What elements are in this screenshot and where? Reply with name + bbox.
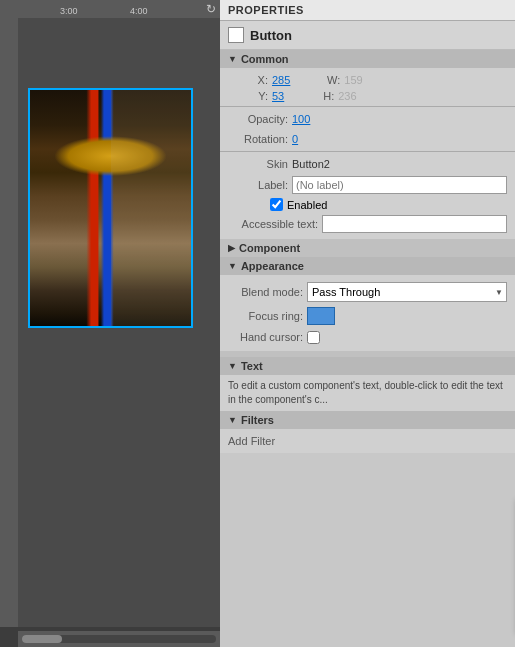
add-filter-row: Add Filter [228, 433, 507, 449]
component-name: Button [250, 28, 292, 43]
h-value: 236 [338, 90, 356, 102]
component-icon [228, 27, 244, 43]
properties-panel: PROPERTIES Button ▼ Common X: 285 W: 159… [220, 0, 515, 647]
accessible-text-row: Accessible text: [220, 213, 515, 235]
accessible-label: Accessible text: [228, 218, 318, 230]
canvas-panel: 3:00 4:00 ↻ [0, 0, 220, 647]
skin-value: Button2 [292, 158, 330, 170]
opacity-label: Opacity: [228, 113, 288, 125]
blend-mode-label: Blend mode: [228, 286, 303, 298]
hand-cursor-row: Hand cursor: [220, 327, 515, 347]
panel-header: PROPERTIES [220, 0, 515, 21]
blend-mode-row: Blend mode: Pass Through Normal Multiply [220, 279, 515, 305]
canvas-image [30, 90, 191, 326]
enabled-row: Enabled [220, 196, 515, 213]
hand-cursor-checkbox[interactable] [307, 331, 320, 344]
h-label: H: [304, 90, 334, 102]
label-field-label: Label: [228, 179, 288, 191]
blend-mode-select-wrapper[interactable]: Pass Through Normal Multiply [307, 282, 507, 302]
selected-element[interactable] [28, 88, 193, 328]
section-common-label: Common [241, 53, 289, 65]
skin-row: Skin Button2 [220, 154, 515, 174]
x-value[interactable]: 285 [272, 74, 290, 86]
arrow-component: ▶ [228, 243, 235, 253]
section-appearance[interactable]: ▼ Appearance [220, 257, 515, 275]
canvas-area[interactable] [18, 18, 220, 627]
focus-ring-swatch[interactable] [307, 307, 335, 325]
enabled-label: Enabled [287, 199, 327, 211]
scrollbar-bottom[interactable] [18, 631, 220, 647]
section-common[interactable]: ▼ Common [220, 50, 515, 68]
component-title-row: Button [220, 21, 515, 50]
section-text-content: To edit a custom component's text, doubl… [220, 375, 515, 411]
text-description: To edit a custom component's text, doubl… [228, 380, 503, 405]
refresh-icon[interactable]: ↻ [202, 0, 220, 18]
section-component-label: Component [239, 242, 300, 254]
focus-ring-label: Focus ring: [228, 310, 303, 322]
opacity-row: Opacity: 100 [220, 109, 515, 129]
section-common-content: X: 285 W: 159 Y: 53 H: 236 Opacity: 100 … [220, 68, 515, 239]
y-value[interactable]: 53 [272, 90, 284, 102]
label-input[interactable] [292, 176, 507, 194]
ruler-left [0, 18, 18, 627]
section-filters-label: Filters [241, 414, 274, 426]
panel-title: PROPERTIES [228, 4, 304, 16]
hand-cursor-label: Hand cursor: [228, 331, 303, 343]
add-filter-label: Add Filter [228, 435, 275, 447]
arrow-appearance: ▼ [228, 261, 237, 271]
ruler-mark-300: 3:00 [60, 6, 78, 16]
opacity-value[interactable]: 100 [292, 113, 310, 125]
yh-row: Y: 53 H: 236 [220, 88, 515, 104]
scroll-track[interactable] [22, 635, 216, 643]
section-appearance-content: Blend mode: Pass Through Normal Multiply… [220, 275, 515, 351]
rotation-value[interactable]: 0 [292, 133, 298, 145]
ruler-top: 3:00 4:00 [0, 0, 220, 18]
section-component[interactable]: ▶ Component [220, 239, 515, 257]
section-text[interactable]: ▼ Text [220, 357, 515, 375]
enabled-checkbox[interactable] [270, 198, 283, 211]
arrow-text: ▼ [228, 361, 237, 371]
rotation-label: Rotation: [228, 133, 288, 145]
focus-ring-row: Focus ring: [220, 305, 515, 327]
arrow-common: ▼ [228, 54, 237, 64]
rotation-row: Rotation: 0 [220, 129, 515, 149]
w-label: W: [310, 74, 340, 86]
ruler-mark-400: 4:00 [130, 6, 148, 16]
x-label: X: [228, 74, 268, 86]
section-text-label: Text [241, 360, 263, 372]
scroll-thumb[interactable] [22, 635, 62, 643]
section-appearance-label: Appearance [241, 260, 304, 272]
xw-row: X: 285 W: 159 [220, 72, 515, 88]
section-filters[interactable]: ▼ Filters [220, 411, 515, 429]
y-label: Y: [228, 90, 268, 102]
arrow-filters: ▼ [228, 415, 237, 425]
accessible-input[interactable] [322, 215, 507, 233]
skin-label: Skin [228, 158, 288, 170]
blend-mode-select[interactable]: Pass Through Normal Multiply [307, 282, 507, 302]
refresh-symbol: ↻ [206, 2, 216, 16]
label-row: Label: [220, 174, 515, 196]
w-value: 159 [344, 74, 362, 86]
section-filters-content: Add Filter [220, 429, 515, 453]
